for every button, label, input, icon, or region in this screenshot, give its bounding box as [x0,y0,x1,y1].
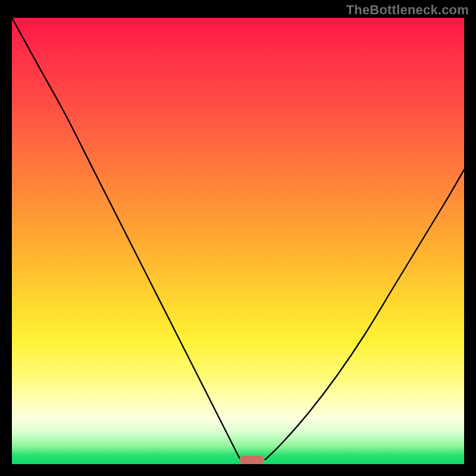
plot-area [12,18,464,464]
bottleneck-marker [239,456,264,464]
bottleneck-curve [12,18,464,464]
curve-left-branch [12,18,240,460]
chart-frame: TheBottleneck.com [0,0,476,476]
watermark-text: TheBottleneck.com [346,2,469,18]
curve-right-branch [265,170,464,460]
